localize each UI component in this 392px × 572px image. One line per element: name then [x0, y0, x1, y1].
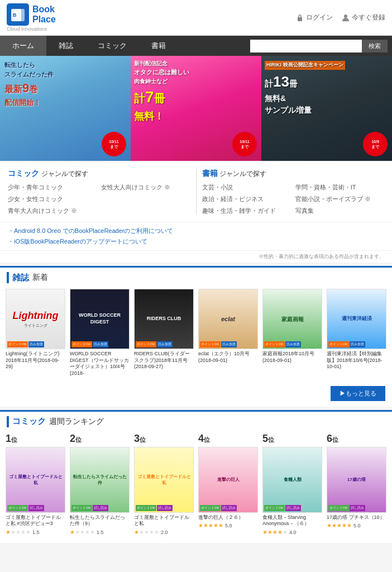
rank-title-1: ゴミ屋敷とトイプードルと私 #渋区デビュー3	[6, 514, 65, 527]
svg-rect-3	[298, 17, 302, 21]
rank-title-3: ゴミ屋敷とトイプードルと私	[134, 514, 194, 527]
banner-2[interactable]: 新刊配信記念 オタクに恋は難しい 肉食紳士など 計7冊 無料！ 10/11まで	[131, 56, 261, 161]
search-button[interactable]: 検索	[362, 40, 388, 53]
magazines-section-bar	[7, 272, 9, 283]
rank-cover-4: 進撃の巨人 ポイントOK 試し読み	[198, 447, 258, 513]
register-button[interactable]: 今すぐ登録	[342, 13, 385, 22]
person-icon	[342, 14, 350, 22]
comic-genre: コミック ジャンルで探す 少年・青年コミック 女性大人向けコミック ※ 少女・女…	[8, 169, 190, 215]
rank-number-4: 4位	[198, 433, 258, 445]
magazines-grid: Lightning ライトニング ポイントOK 読み放題 Lightning(ラ…	[0, 285, 392, 383]
magazine-item-2[interactable]: WORLD SOCCER DIGEST ポイントOK 読み放題 WORLD SO…	[70, 289, 130, 377]
rank-number-2: 2位	[70, 433, 130, 445]
magazines-section-subtitle: 新着	[32, 273, 48, 283]
magazine-title-3: RIDERS CLUB(ライダースクラブ)2018年11月号(2018-09-2…	[134, 351, 194, 370]
magazine-cover-3: RIDERS CLUB ポイントOK 読み放題	[134, 289, 194, 349]
logo-icon: B	[7, 3, 29, 26]
rank-number-3: 3位	[134, 433, 194, 445]
magazine-title-5: 家庭画報2018年10月号(2018-09-01)	[262, 351, 322, 364]
ios-link[interactable]: ・iOS版BookPlaceReaderのアップデートについて	[8, 237, 384, 246]
logo-subtitle: Cloud Innovations	[7, 26, 56, 32]
rank-stars-2: ★★★★★ 1.5	[70, 529, 130, 535]
rank-title-2: 転生したらスライムだった件（9）	[70, 514, 130, 527]
ranking-section-subtitle: 週間ランキング	[49, 417, 104, 427]
genre-item-shoujo[interactable]: 少女・女性コミック	[8, 195, 97, 203]
login-button[interactable]: ログイン	[296, 13, 333, 22]
banner3-badge: 10/9まで	[363, 132, 388, 156]
genre-item-literature[interactable]: 文芸・小説	[202, 183, 291, 192]
header: B BookPlace Cloud Innovations ログイン 今すぐ登録	[0, 0, 392, 36]
nav-item-magazine[interactable]: 雑誌	[46, 36, 85, 56]
rank-cover-6: 17歳の塔 ポイントOK 試し読み	[327, 447, 386, 513]
ranking-item-4[interactable]: 4位 進撃の巨人 ポイントOK 試し読み 進撃の巨人（２６） ★★★★★ 5.0	[198, 433, 258, 535]
book-genre-title: 書籍 ジャンルで探す	[202, 169, 385, 179]
ranking-section-bar	[7, 416, 9, 427]
rank-number-1: 1位	[6, 433, 65, 445]
nav-item-home[interactable]: ホーム	[0, 36, 46, 56]
rank-stars-6: ★★★★★ 5.0	[327, 522, 386, 528]
genre-item-shounen[interactable]: 少年・青年コミック	[8, 183, 97, 192]
genre-item-business[interactable]: 政治・経済・ビジネス	[202, 195, 291, 203]
magazine-cover-6: 週刊東洋経済 ポイントOK 読み放題	[327, 289, 386, 349]
search-container: 検索	[246, 37, 392, 55]
search-input[interactable]	[250, 40, 362, 53]
magazine-item-1[interactable]: Lightning ライトニング ポイントOK 読み放題 Lightning(ラ…	[6, 289, 65, 377]
disclaimer: ※性的・暴力的に過激な表現のある作品が含まれます。	[0, 250, 392, 263]
nav-item-comic[interactable]: コミック	[85, 36, 139, 56]
magazine-item-6[interactable]: 週刊東洋経済 ポイントOK 読み放題 週刊東洋経済【特別編集版】2018年10/…	[327, 289, 386, 377]
nav-item-books[interactable]: 書籍	[139, 36, 178, 56]
genre-item-boys-love[interactable]: 官能小説・ボーイズラブ ※	[295, 195, 384, 203]
genre-item-hobby[interactable]: 趣味・生活・雑学・ガイド	[202, 207, 291, 215]
rank-stars-5: ★★★★★ 4.0	[262, 529, 322, 535]
book-genre: 書籍 ジャンルで探す 文芸・小説 学問・資格・芸術・IT 政治・経済・ビジネス …	[202, 169, 385, 215]
magazine-cover-2: WORLD SOCCER DIGEST ポイントOK 読み放題	[70, 289, 130, 349]
rank-number-6: 6位	[327, 433, 386, 445]
magazine-title-1: Lightning(ライトニング) 2018年11月号(2018-09-29)	[6, 351, 65, 370]
header-actions: ログイン 今すぐ登録	[296, 13, 385, 22]
ranking-header: コミック 週間ランキング	[0, 410, 392, 430]
ranking-item-3[interactable]: 3位 ゴミ屋敷とトイプードルと私 ポイントOK 試し読み ゴミ屋敷とトイプードル…	[134, 433, 194, 535]
nav: ホーム 雑誌 コミック 書籍 検索	[0, 36, 392, 56]
genre-divider	[196, 169, 197, 215]
magazine-item-3[interactable]: RIDERS CLUB ポイントOK 読み放題 RIDERS CLUB(ライダー…	[134, 289, 194, 377]
android-link[interactable]: ・Android 8.0 Oreo でのBookPlaceReaderのご利用に…	[8, 227, 384, 235]
rank-cover-3: ゴミ屋敷とトイプードルと私 ポイントOK 試し読み	[134, 447, 194, 513]
genre-item-photo[interactable]: 写真集	[295, 207, 384, 215]
ranking-item-6[interactable]: 6位 17歳の塔 ポイントOK 試し読み 17歳の塔 プチキス（10） ★★★★…	[327, 433, 386, 535]
comic-genre-title: コミック ジャンルで探す	[8, 169, 190, 179]
banner1-badge: 10/11まで	[102, 132, 126, 156]
rank-cover-1: ゴミ屋敷とトイプードルと私 ポイントOK 試し読み	[6, 447, 65, 513]
banner-3[interactable]: HIRIKI 映画公開記念キャンペーン 計13冊 無料& サンプル増量 10/9…	[261, 56, 392, 161]
magazine-item-5[interactable]: 家庭画報 ポイントOK 読み放題 家庭画報2018年10月号(2018-09-0…	[262, 289, 322, 377]
genre-item-academic[interactable]: 学問・資格・芸術・IT	[295, 183, 384, 192]
banner-1[interactable]: 転生したら スライムだった件 最新9巻 配信開始！ 10/11まで	[0, 56, 131, 161]
rank-stars-3: ★★★★★ 2.0	[134, 529, 194, 535]
ranking-item-1[interactable]: 1位 ゴミ屋敷とトイプードルと私 ポイントOK 試し読み ゴミ屋敷とトイプードル…	[6, 433, 65, 535]
rank-cover-5: 食糧人類 ポイントOK 試し読み	[262, 447, 322, 513]
svg-point-4	[344, 15, 347, 18]
genre-item-josei[interactable]: 女性大人向けコミック ※	[101, 183, 190, 192]
rank-number-5: 5位	[262, 433, 322, 445]
magazines-more: ▶もっと見る	[0, 383, 392, 407]
ranking-grid: 1位 ゴミ屋敷とトイプードルと私 ポイントOK 試し読み ゴミ屋敷とトイプードル…	[0, 430, 392, 543]
magazines-header: 雑誌 新着	[0, 266, 392, 285]
magazine-cover-1: Lightning ライトニング ポイントOK 読み放題	[6, 289, 65, 349]
magazine-cover-4: eclat ポイントOK 読み放題	[198, 289, 258, 349]
magazine-title-2: WORLD SOCCER DIGEST（ワールドサッカーダイジェスト）10/4号…	[70, 351, 130, 377]
links-section: ・Android 8.0 Oreo でのBookPlaceReaderのご利用に…	[0, 222, 392, 250]
banner2-badge: 10/11まで	[232, 132, 257, 156]
ranking-item-2[interactable]: 2位 転生したらスライムだった件 ポイントOK 試し読み 転生したらスライムだっ…	[70, 433, 130, 535]
ranking-item-5[interactable]: 5位 食糧人類 ポイントOK 試し読み 食糧人類－Starving Anonym…	[262, 433, 322, 535]
magazine-item-4[interactable]: eclat ポイントOK 読み放題 eclat（エクラ）10月号(2018-09…	[198, 289, 258, 377]
magazine-cover-5: 家庭画報 ポイントOK 読み放題	[262, 289, 322, 349]
rank-title-6: 17歳の塔 プチキス（10）	[327, 514, 386, 521]
ranking-section-label: コミック	[12, 416, 46, 427]
svg-text:B: B	[13, 12, 17, 18]
magazines-more-button[interactable]: ▶もっと見る	[331, 386, 385, 401]
rank-stars-4: ★★★★★ 5.0	[198, 522, 258, 528]
lock-icon	[296, 14, 304, 22]
genre-item-seinen-adult[interactable]: 青年大人向けコミック ※	[8, 207, 97, 215]
rank-stars-1: ★★★★★ 1.5	[6, 529, 65, 535]
logo-text: BookPlace	[32, 4, 56, 24]
genre-section: コミック ジャンルで探す 少年・青年コミック 女性大人向けコミック ※ 少女・女…	[0, 162, 392, 222]
